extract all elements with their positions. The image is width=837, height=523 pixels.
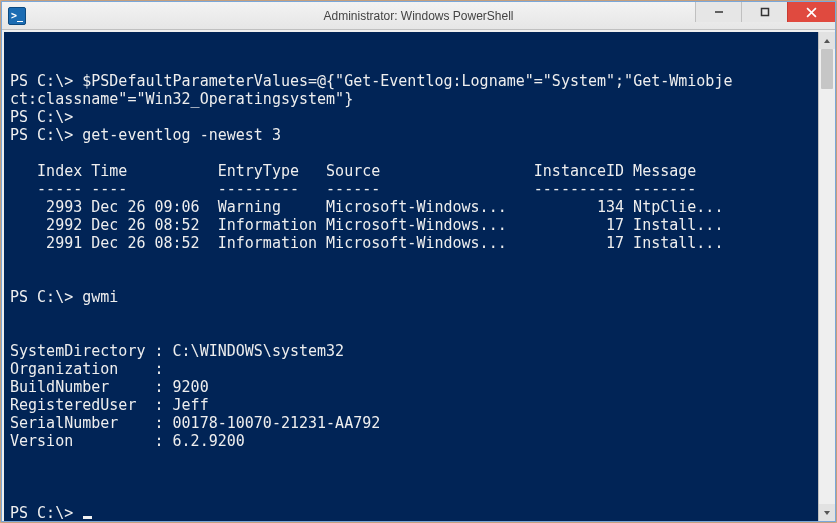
maximize-button[interactable] xyxy=(741,2,787,22)
terminal-line: ct:classname"="Win32_Operatingsystem"} xyxy=(10,90,829,108)
terminal-line: RegisteredUser : Jeff xyxy=(10,396,829,414)
terminal-line xyxy=(10,486,829,504)
terminal-line: PS C:\> xyxy=(10,108,829,126)
title-bar[interactable]: >_ Administrator: Windows PowerShell xyxy=(2,2,835,30)
terminal-line xyxy=(10,468,829,486)
powershell-icon: >_ xyxy=(8,7,26,25)
terminal-line: Version : 6.2.9200 xyxy=(10,432,829,450)
scroll-track[interactable] xyxy=(819,49,835,504)
cursor xyxy=(83,516,92,519)
minimize-button[interactable] xyxy=(695,2,741,22)
terminal-line xyxy=(10,144,829,162)
terminal-line: 2991 Dec 26 08:52 Information Microsoft-… xyxy=(10,234,829,252)
terminal-line: PS C:\> get-eventlog -newest 3 xyxy=(10,126,829,144)
scroll-down-button[interactable] xyxy=(819,504,835,521)
scroll-up-button[interactable] xyxy=(819,32,835,49)
terminal-line: SystemDirectory : C:\WINDOWS\system32 xyxy=(10,342,829,360)
terminal-line: PS C:\> gwmi xyxy=(10,288,829,306)
window-controls xyxy=(695,2,835,22)
terminal-line: 2993 Dec 26 09:06 Warning Microsoft-Wind… xyxy=(10,198,829,216)
powershell-window: >_ Administrator: Windows PowerShell PS … xyxy=(1,1,836,522)
terminal-area[interactable]: PS C:\> $PSDefaultParameterValues=@{"Get… xyxy=(2,30,835,521)
terminal-line: ----- ---- --------- ------ ---------- -… xyxy=(10,180,829,198)
terminal-line: PS C:\> xyxy=(10,504,829,521)
close-button[interactable] xyxy=(787,2,835,22)
terminal-line: 2992 Dec 26 08:52 Information Microsoft-… xyxy=(10,216,829,234)
terminal-line xyxy=(10,324,829,342)
terminal-line: Index Time EntryType Source InstanceID M… xyxy=(10,162,829,180)
terminal-line xyxy=(10,270,829,288)
terminal-line xyxy=(10,252,829,270)
svg-marker-5 xyxy=(824,511,830,515)
terminal-line xyxy=(10,450,829,468)
terminal-line: BuildNumber : 9200 xyxy=(10,378,829,396)
terminal-line: PS C:\> $PSDefaultParameterValues=@{"Get… xyxy=(10,72,829,90)
terminal-content: PS C:\> $PSDefaultParameterValues=@{"Get… xyxy=(10,72,829,521)
terminal-line xyxy=(10,306,829,324)
terminal-line: Organization : xyxy=(10,360,829,378)
scroll-thumb[interactable] xyxy=(821,49,833,89)
svg-marker-4 xyxy=(824,39,830,43)
terminal-line: SerialNumber : 00178-10070-21231-AA792 xyxy=(10,414,829,432)
vertical-scrollbar[interactable] xyxy=(818,32,835,521)
svg-rect-1 xyxy=(761,9,768,16)
